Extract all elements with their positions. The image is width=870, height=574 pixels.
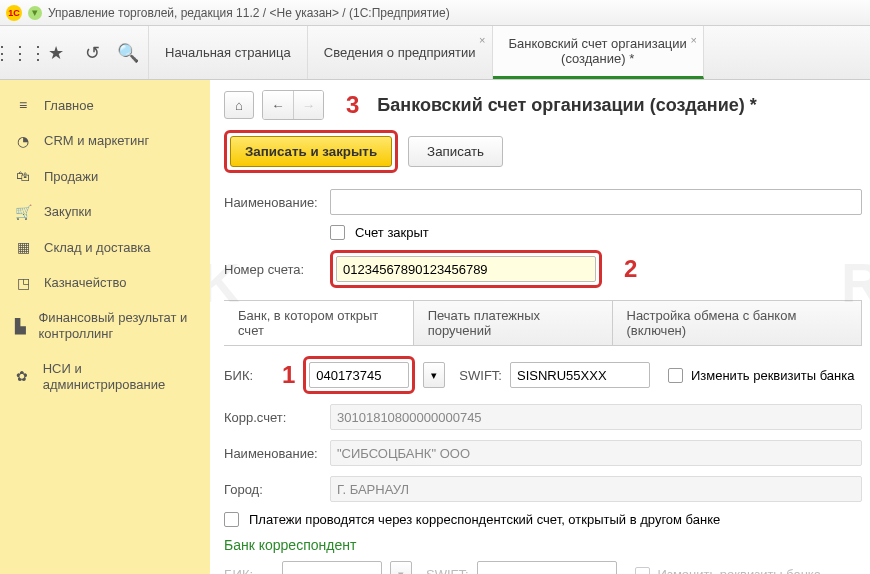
- search-icon[interactable]: 🔍: [118, 43, 138, 63]
- edit-requisites2-checkbox: [635, 567, 650, 575]
- sidebar-item-purchases[interactable]: 🛒Закупки: [0, 195, 210, 231]
- annotation-1: 1: [282, 361, 295, 389]
- label-bik2: БИК:: [224, 567, 274, 575]
- sidebar-item-sales[interactable]: 🛍Продажи: [0, 159, 210, 195]
- label-swift: SWIFT:: [459, 368, 502, 383]
- tab-bank-account[interactable]: Банковский счет организации (создание) *…: [493, 26, 704, 79]
- page-title: Банковский счет организации (создание) *: [377, 95, 756, 116]
- sidebar-label: Казначейство: [44, 275, 126, 291]
- menu-icon: ≡: [14, 97, 32, 115]
- gear-icon: ✿: [14, 368, 31, 386]
- tab-sublabel: (создание) *: [509, 51, 687, 66]
- sidebar-item-crm[interactable]: ◔CRM и маркетинг: [0, 124, 210, 160]
- sidebar-label: НСИ и администрирование: [43, 361, 196, 394]
- bankname-input: [330, 440, 862, 466]
- label-city: Город:: [224, 482, 324, 497]
- sidebar-item-warehouse[interactable]: ▦Склад и доставка: [0, 230, 210, 266]
- korr-input: [330, 404, 862, 430]
- city-input: [330, 476, 862, 502]
- sidebar-item-main[interactable]: ≡Главное: [0, 88, 210, 124]
- label-korr: Корр.счет:: [224, 410, 324, 425]
- app-icon: 1С: [6, 5, 22, 21]
- label-name: Наименование:: [224, 195, 324, 210]
- sidebar-item-treasury[interactable]: ◳Казначейство: [0, 266, 210, 302]
- window-titlebar: 1С ▾ Управление торговлей, редакция 11.2…: [0, 0, 870, 26]
- annotation-3: 3: [346, 91, 359, 119]
- chart-icon: ▙: [14, 318, 26, 336]
- bik-lookup-button[interactable]: ▾: [423, 362, 445, 388]
- subtab-bank[interactable]: Банк, в котором открыт счет: [224, 301, 414, 345]
- pie-icon: ◔: [14, 133, 32, 151]
- sidebar-label: Главное: [44, 98, 94, 114]
- tab-home[interactable]: Начальная страница: [149, 26, 308, 79]
- close-icon[interactable]: ×: [690, 34, 696, 46]
- back-button[interactable]: ←: [263, 91, 293, 119]
- home-button[interactable]: ⌂: [224, 91, 254, 119]
- window-icon: ◳: [14, 275, 32, 293]
- top-toolbar: ⋮⋮⋮ ★ ↺ 🔍 Начальная страница Сведения о …: [0, 26, 870, 80]
- name-input[interactable]: [330, 189, 862, 215]
- highlight-save-close: Записать и закрыть: [224, 130, 398, 173]
- annotation-2: 2: [624, 255, 637, 283]
- apps-icon[interactable]: ⋮⋮⋮: [10, 43, 30, 63]
- label-bik: БИК:: [224, 368, 274, 383]
- sidebar-label: CRM и маркетинг: [44, 133, 149, 149]
- tab-label: Сведения о предприятии: [324, 45, 476, 60]
- sidebar-item-admin[interactable]: ✿НСИ и администрирование: [0, 352, 210, 403]
- tab-label: Начальная страница: [165, 45, 291, 60]
- grid-icon: ▦: [14, 239, 32, 257]
- closed-checkbox[interactable]: [330, 225, 345, 240]
- cart-icon: 🛒: [14, 204, 32, 222]
- subtabs: Банк, в котором открыт счет Печать плате…: [224, 300, 862, 346]
- label-bankname: Наименование:: [224, 446, 324, 461]
- label-swift2: SWIFT:: [426, 567, 469, 575]
- subtab-exchange[interactable]: Настройка обмена с банком (включен): [613, 301, 863, 345]
- bik2-lookup-button: ▾: [390, 561, 412, 574]
- swift-input[interactable]: [510, 362, 650, 388]
- sidebar-label: Финансовый результат и контроллинг: [38, 310, 196, 343]
- forward-button[interactable]: →: [293, 91, 323, 119]
- sidebar-label: Склад и доставка: [44, 240, 151, 256]
- history-icon[interactable]: ↺: [82, 43, 102, 63]
- save-close-button[interactable]: Записать и закрыть: [230, 136, 392, 167]
- close-icon[interactable]: ×: [479, 34, 485, 46]
- closed-label: Счет закрыт: [355, 225, 429, 240]
- bag-icon: 🛍: [14, 168, 32, 186]
- dropdown-icon[interactable]: ▾: [28, 6, 42, 20]
- sidebar-item-finance[interactable]: ▙Финансовый результат и контроллинг: [0, 301, 210, 352]
- bik2-input: [282, 561, 382, 574]
- bik-input[interactable]: [309, 362, 409, 388]
- sidebar: ≡Главное ◔CRM и маркетинг 🛍Продажи 🛒Заку…: [0, 80, 210, 574]
- edit-requisites-checkbox[interactable]: [668, 368, 683, 383]
- sidebar-label: Закупки: [44, 204, 91, 220]
- star-icon[interactable]: ★: [46, 43, 66, 63]
- swift2-input: [477, 561, 617, 574]
- main-panel: TEK RU ⌂ ← → 3 Банковский счет организац…: [210, 80, 870, 574]
- subtab-print[interactable]: Печать платежных поручений: [414, 301, 613, 345]
- save-button[interactable]: Записать: [408, 136, 503, 167]
- via-korr-checkbox[interactable]: [224, 512, 239, 527]
- window-title: Управление торговлей, редакция 11.2 / <Н…: [48, 6, 450, 20]
- edit-requisites-label: Изменить реквизиты банка: [691, 368, 854, 383]
- edit-requisites2-label: Изменить реквизиты банка: [658, 567, 821, 575]
- tab-label: Банковский счет организации: [509, 36, 687, 51]
- via-korr-label: Платежи проводятся через корреспондентск…: [249, 512, 720, 527]
- tab-company-info[interactable]: Сведения о предприятии ×: [308, 26, 493, 79]
- account-input[interactable]: [336, 256, 596, 282]
- section-korr-bank: Банк корреспондент: [224, 537, 862, 553]
- sidebar-label: Продажи: [44, 169, 98, 185]
